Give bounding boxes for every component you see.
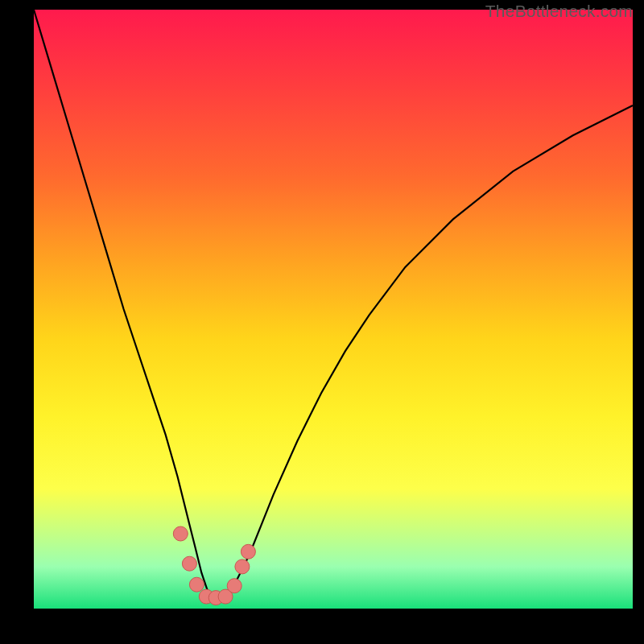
- marker-point: [189, 577, 204, 592]
- marker-point: [182, 556, 196, 571]
- marker-group: [173, 526, 255, 605]
- bottleneck-curve: [34, 10, 633, 597]
- marker-point: [227, 579, 242, 593]
- marker-point: [173, 526, 188, 541]
- plot-area: [34, 10, 633, 609]
- marker-point: [235, 559, 250, 574]
- chart-stage: TheBottleneck.com: [0, 0, 644, 644]
- chart-svg: [34, 10, 633, 609]
- source-attribution: TheBottleneck.com: [485, 2, 633, 21]
- marker-point: [241, 544, 255, 559]
